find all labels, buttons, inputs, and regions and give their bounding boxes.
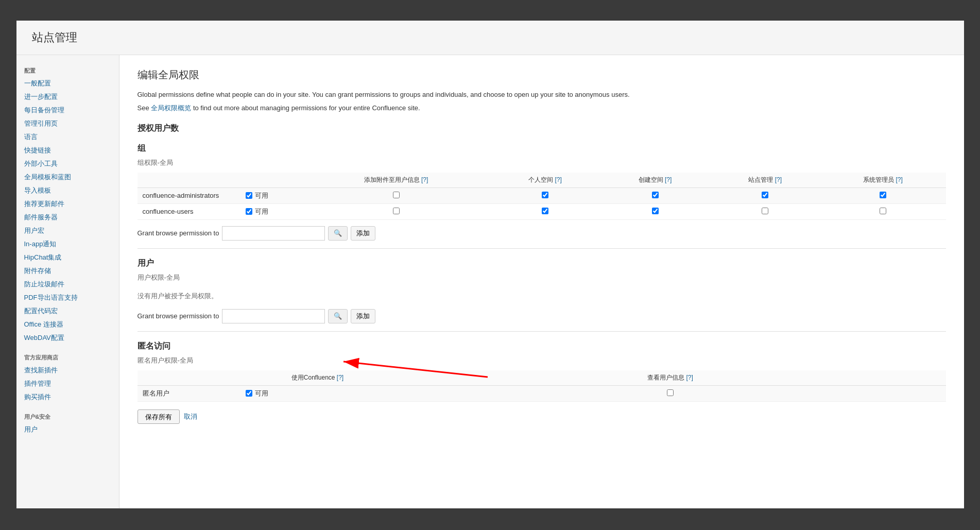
sidebar-item-hipchat[interactable]: HipChat集成: [16, 251, 119, 264]
sidebar-section-config: 配置 一般配置 进一步配置 每日备份管理 管理引用页 语言 快捷链接 外部小工具…: [16, 63, 119, 345]
help-sys-admin[interactable]: [?]: [896, 176, 903, 183]
sidebar-item-import-template[interactable]: 导入模板: [16, 184, 119, 197]
sidebar-item-attachment-storage[interactable]: 附件存储: [16, 264, 119, 278]
checkbox-create-admins[interactable]: [652, 192, 659, 198]
grant-browse-users-row: Grant browse permission to 🔍 添加: [137, 309, 946, 323]
col-personal-users: [490, 203, 600, 219]
col-anon-view-user-info: 查看用户信息 [?]: [395, 370, 946, 386]
anonymous-subtitle: 匿名用户权限-全局: [137, 356, 946, 365]
anon-can-use-label: 可用: [255, 389, 268, 398]
sidebar-section-user-security: 用户&安全 用户: [16, 409, 119, 436]
sidebar-item-code-macro[interactable]: 配置代码宏: [16, 304, 119, 318]
page-title: 站点管理: [32, 30, 949, 45]
help-site-admin[interactable]: [?]: [775, 176, 782, 183]
checkbox-add-attach-users[interactable]: [393, 208, 400, 214]
col-site-admin: 站点管理 [?]: [710, 173, 820, 188]
groups-section: 组 组权限-全局 添加附件至用户信息 [?] 个人空间: [137, 143, 946, 241]
col-personal-admins: [490, 187, 600, 203]
sidebar-section-appstore: 官方应用商店 查找新插件 插件管理 购买插件: [16, 350, 119, 404]
sidebar-item-user-macros[interactable]: 用户宏: [16, 224, 119, 237]
sidebar-item-further-config[interactable]: 进一步配置: [16, 90, 119, 104]
sidebar-item-find-plugins[interactable]: 查找新插件: [16, 364, 119, 377]
col-anon-name: [137, 370, 240, 386]
col-create-space: 创建空间 [?]: [600, 173, 710, 188]
anonymous-section: 匿名访问 匿名用户权限-全局 使用Confluence [?] 查看用户信息: [137, 341, 946, 402]
checkbox-site-admins[interactable]: [762, 192, 768, 198]
description2: See 全局权限概览 to find out more about managi…: [137, 103, 946, 114]
help-use-confluence[interactable]: [?]: [337, 374, 343, 381]
checkbox-personal-users[interactable]: [542, 208, 548, 214]
groups-table: 添加附件至用户信息 [?] 个人空间 [?] 创建空间 [?]: [137, 173, 946, 220]
groups-title: 组: [137, 143, 946, 154]
checkbox-anon-view-info[interactable]: [667, 389, 674, 396]
group-name-users: confluence-users: [137, 203, 240, 219]
sidebar-item-backup[interactable]: 每日备份管理: [16, 104, 119, 117]
col-create-users: [600, 203, 710, 219]
can-use-label-users: 可用: [255, 207, 268, 216]
col-anon-use-confluence: 使用Confluence [?]: [240, 370, 395, 386]
sidebar-section-label-appstore: 官方应用商店: [16, 350, 119, 364]
col-add-attach-admins: [302, 187, 490, 203]
search-groups-button[interactable]: 🔍: [328, 226, 348, 241]
grant-browse-users-input[interactable]: [222, 309, 325, 323]
grant-browse-groups-input[interactable]: [222, 226, 325, 241]
anonymous-table: 使用Confluence [?] 查看用户信息 [?] 匿名用户: [137, 370, 946, 402]
sidebar-item-pdf-language[interactable]: PDF导出语言支持: [16, 291, 119, 304]
help-add-attachment[interactable]: [?]: [421, 176, 428, 183]
sidebar-item-external-widgets[interactable]: 外部小工具: [16, 157, 119, 170]
sidebar-section-label-config: 配置: [16, 63, 119, 77]
search-users-button[interactable]: 🔍: [328, 309, 348, 323]
search-icon: 🔍: [334, 229, 342, 237]
sidebar-item-plugin-management[interactable]: 插件管理: [16, 377, 119, 390]
checkbox-site-users[interactable]: [762, 208, 768, 214]
users-title: 用户: [137, 258, 946, 269]
sidebar-item-general-config[interactable]: 一般配置: [16, 77, 119, 90]
global-permissions-link[interactable]: 全局权限概览: [151, 104, 191, 112]
can-use-label-admins: 可用: [255, 191, 268, 200]
sidebar-item-inapp-notifications[interactable]: In-app通知: [16, 237, 119, 251]
sidebar-item-update-email[interactable]: 推荐更新邮件: [16, 197, 119, 211]
help-view-user-info[interactable]: [?]: [686, 374, 693, 381]
help-personal-space[interactable]: [?]: [555, 176, 561, 183]
no-users-text: 没有用户被授予全局权限。: [137, 287, 946, 305]
anon-view-info: [395, 385, 946, 401]
sidebar-item-buy-plugins[interactable]: 购买插件: [16, 390, 119, 404]
sidebar-item-quick-links[interactable]: 快捷链接: [16, 144, 119, 157]
checkbox-anon-use[interactable]: [246, 390, 252, 397]
page-header: 站点管理: [16, 21, 964, 55]
sidebar-item-webdav[interactable]: WebDAV配置: [16, 331, 119, 345]
can-use-users: 可用: [240, 203, 302, 219]
col-group-name: [137, 173, 240, 188]
users-section: 用户 用户权限-全局 没有用户被授予全局权限。 Grant browse per…: [137, 258, 946, 323]
sidebar-item-global-templates[interactable]: 全局模板和蓝图: [16, 170, 119, 184]
add-groups-button[interactable]: 添加: [351, 226, 375, 241]
checkbox-create-users[interactable]: [652, 208, 659, 214]
col-sys-users: [820, 203, 946, 219]
authorized-users-title: 授权用户数: [137, 123, 946, 134]
sidebar-item-users[interactable]: 用户: [16, 423, 119, 436]
checkbox-use-admins[interactable]: [246, 192, 252, 199]
help-create-space[interactable]: [?]: [665, 176, 672, 183]
checkbox-sys-users[interactable]: [880, 208, 886, 214]
checkbox-add-attach-admins[interactable]: [393, 192, 400, 198]
checkbox-use-users[interactable]: [246, 208, 252, 215]
checkbox-sys-admins[interactable]: [880, 192, 886, 198]
col-sys-admins: [820, 187, 946, 203]
grant-browse-users-label: Grant browse permission to: [137, 312, 219, 320]
sidebar-item-manage-refs[interactable]: 管理引用页: [16, 117, 119, 130]
sidebar-section-label-user-security: 用户&安全: [16, 409, 119, 423]
users-subtitle: 用户权限-全局: [137, 273, 946, 282]
anonymous-title: 匿名访问: [137, 341, 946, 352]
sidebar-item-language[interactable]: 语言: [16, 130, 119, 144]
group-name-admins: confluence-administrators: [137, 187, 240, 203]
table-row: 匿名用户 可用: [137, 385, 946, 401]
cancel-button[interactable]: 取消: [184, 409, 197, 424]
sidebar: 配置 一般配置 进一步配置 每日备份管理 管理引用页 语言 快捷链接 外部小工具…: [16, 55, 119, 508]
anon-user-name: 匿名用户: [137, 385, 240, 401]
sidebar-item-office-connector[interactable]: Office 连接器: [16, 318, 119, 331]
checkbox-personal-admins[interactable]: [542, 192, 548, 198]
save-button[interactable]: 保存所有: [137, 409, 180, 424]
add-users-button[interactable]: 添加: [351, 309, 375, 323]
sidebar-item-mail-server[interactable]: 邮件服务器: [16, 211, 119, 224]
sidebar-item-spam[interactable]: 防止垃圾邮件: [16, 278, 119, 291]
